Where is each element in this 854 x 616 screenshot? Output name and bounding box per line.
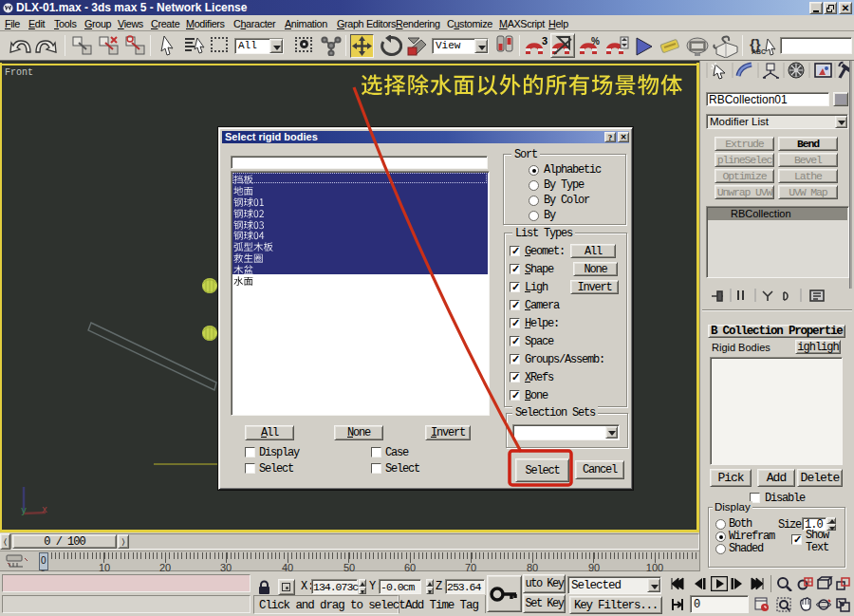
svg-text:3: 3	[542, 35, 548, 47]
svg-text:y: y	[21, 506, 27, 516]
svg-text:%: %	[591, 36, 600, 47]
svg-text:x: x	[42, 505, 47, 515]
